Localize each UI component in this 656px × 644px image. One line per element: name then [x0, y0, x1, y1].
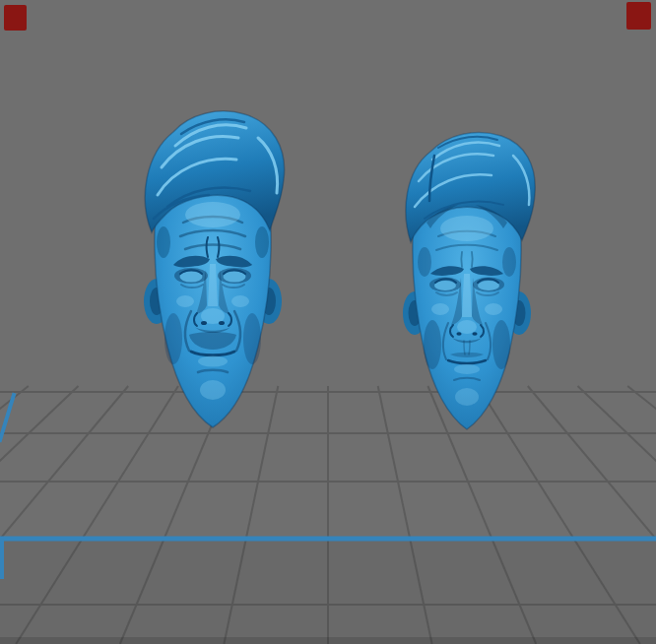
- red-corner-marker-top-right: [626, 2, 651, 30]
- head-right-render: [377, 120, 557, 445]
- head-model-right[interactable]: [377, 120, 557, 445]
- viewport-3d[interactable]: [0, 0, 656, 644]
- head-model-left[interactable]: [124, 104, 301, 447]
- bottom-strip: [0, 637, 656, 644]
- head-left-render: [124, 104, 301, 447]
- floor-below-edge: [0, 541, 656, 644]
- red-corner-marker-top-left: [4, 5, 27, 31]
- build-plate-grid: [0, 0, 656, 644]
